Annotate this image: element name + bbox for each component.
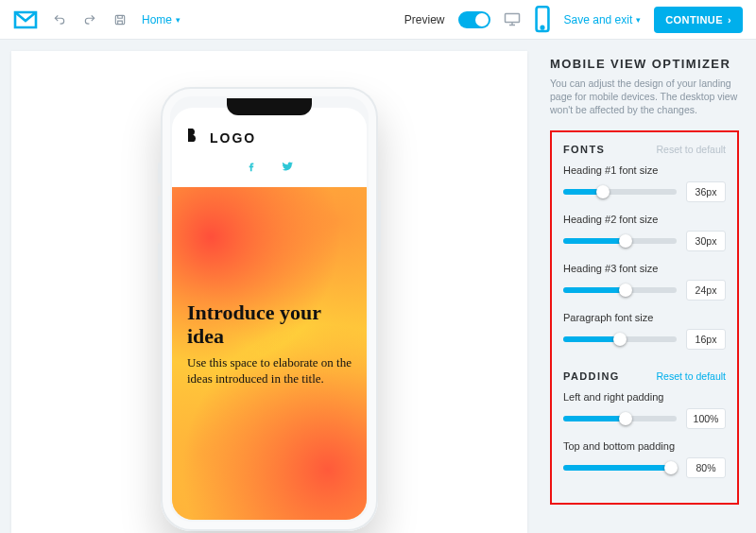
slider-thumb[interactable] [664, 461, 678, 474]
social-row [185, 156, 353, 179]
mobile-view-icon[interactable] [534, 13, 551, 26]
fonts-controls: Heading #1 font size36pxHeading #2 font … [563, 164, 726, 350]
slider-thumb[interactable] [619, 284, 632, 297]
control-label: Heading #1 font size [563, 164, 726, 176]
slider-value[interactable]: 100% [686, 408, 726, 429]
hero-section: Introduce your idea Use this space to el… [172, 187, 367, 520]
svg-rect-0 [115, 15, 124, 24]
phone-notch [227, 98, 312, 115]
screen-header: LOGO [172, 108, 367, 186]
padding-slider[interactable] [563, 465, 677, 471]
control-label: Top and bottom padding [563, 440, 726, 452]
save-and-exit-link[interactable]: Save and exit ▾ [564, 13, 642, 26]
phone-screen: LOGO Introduce your idea Use this space … [172, 108, 367, 520]
control-row: 100% [563, 408, 726, 429]
control-row: 80% [563, 457, 726, 478]
control-row: 16px [563, 329, 726, 350]
font-size-control: Paragraph font size16px [563, 312, 726, 350]
logo-mark-icon [185, 127, 202, 148]
svg-point-3 [541, 26, 543, 29]
chevron-down-icon: ▾ [176, 15, 180, 25]
phone-side-button [158, 243, 161, 281]
logo-text: LOGO [210, 130, 256, 146]
control-label: Left and right padding [563, 391, 726, 403]
continue-label: CONTINUE [665, 14, 723, 26]
control-row: 36px [563, 181, 726, 202]
fonts-reset-link[interactable]: Reset to default [656, 144, 726, 155]
topbar: Home ▾ Preview Save and exit ▾ CONTINUE … [0, 0, 756, 40]
chevron-down-icon: ▾ [636, 15, 641, 25]
panel-description: You can adjust the design of your landin… [550, 77, 739, 117]
control-label: Heading #3 font size [563, 263, 726, 274]
slider-thumb[interactable] [619, 412, 632, 425]
font-size-control: Heading #3 font size24px [563, 263, 726, 301]
fonts-title: FONTS [563, 144, 605, 155]
control-row: 24px [563, 280, 726, 301]
padding-control: Left and right padding100% [563, 391, 726, 429]
phone-side-button [378, 200, 381, 252]
phone-side-button [158, 196, 161, 233]
hero-title: Introduce your idea [187, 301, 352, 349]
home-dropdown[interactable]: Home ▾ [142, 13, 180, 26]
fonts-section-head: FONTS Reset to default [563, 144, 726, 155]
twitter-icon[interactable] [281, 160, 294, 173]
preview-toggle[interactable] [458, 11, 490, 28]
preview-label: Preview [404, 13, 445, 26]
padding-slider[interactable] [563, 416, 677, 421]
padding-control: Top and bottom padding80% [563, 440, 726, 478]
slider-thumb[interactable] [613, 333, 627, 346]
padding-controls: Left and right padding100%Top and bottom… [563, 391, 726, 478]
facebook-icon[interactable] [245, 160, 258, 173]
font-size-slider[interactable] [563, 238, 677, 244]
control-row: 30px [563, 231, 726, 251]
font-size-control: Heading #1 font size36px [563, 164, 726, 202]
slider-value[interactable]: 24px [686, 280, 726, 301]
slider-value[interactable]: 30px [686, 231, 726, 251]
highlighted-settings: FONTS Reset to default Heading #1 font s… [550, 130, 739, 505]
control-label: Paragraph font size [563, 312, 726, 323]
logo-row: LOGO [185, 127, 353, 148]
phone-mockup: LOGO Introduce your idea Use this space … [161, 87, 378, 531]
panel-title: MOBILE VIEW OPTIMIZER [550, 57, 739, 71]
slider-value[interactable]: 36px [686, 181, 726, 202]
optimizer-panel: MOBILE VIEW OPTIMIZER You can adjust the… [533, 40, 756, 533]
preview-canvas: LOGO Introduce your idea Use this space … [11, 51, 527, 533]
main-area: LOGO Introduce your idea Use this space … [0, 40, 756, 533]
font-size-slider[interactable] [563, 287, 677, 293]
padding-reset-link[interactable]: Reset to default [656, 370, 726, 382]
app-logo [13, 10, 38, 29]
redo-icon[interactable] [81, 11, 98, 28]
font-size-control: Heading #2 font size30px [563, 214, 726, 251]
save-exit-label: Save and exit [564, 13, 633, 26]
slider-value[interactable]: 80% [686, 457, 726, 478]
hero-body: Use this space to elaborate on the ideas… [187, 354, 352, 387]
home-label: Home [142, 13, 172, 26]
save-icon[interactable] [112, 11, 129, 28]
undo-icon[interactable] [51, 11, 68, 28]
chevron-right-icon: › [728, 14, 731, 26]
phone-side-button [158, 163, 161, 183]
padding-section-head: PADDING Reset to default [563, 370, 726, 382]
slider-thumb[interactable] [596, 185, 610, 198]
slider-thumb[interactable] [619, 234, 632, 248]
continue-button[interactable]: CONTINUE › [654, 7, 743, 33]
svg-rect-1 [505, 14, 519, 23]
font-size-slider[interactable] [563, 336, 677, 342]
desktop-view-icon[interactable] [504, 13, 521, 26]
control-label: Heading #2 font size [563, 214, 726, 225]
slider-value[interactable]: 16px [686, 329, 726, 350]
padding-title: PADDING [563, 370, 620, 382]
font-size-slider[interactable] [563, 189, 677, 195]
